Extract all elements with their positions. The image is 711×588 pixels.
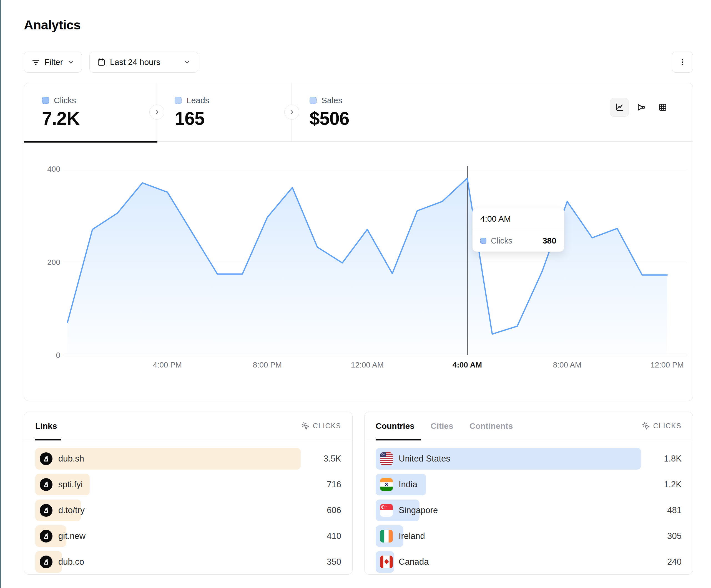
date-range-button[interactable]: Last 24 hours	[89, 51, 198, 73]
row-bar-track: dub.sh	[35, 448, 301, 470]
active-tab-underline	[375, 439, 421, 440]
row-bar-track: dub.co	[35, 551, 301, 573]
sales-marker-icon	[309, 97, 317, 104]
row-value: 716	[308, 479, 341, 490]
chevron-right-icon	[289, 109, 295, 115]
x-axis-tick-label: 12:00 PM	[650, 361, 684, 369]
row-value: 1.8K	[648, 454, 682, 464]
countries-metric-toggle[interactable]: CLICKS	[642, 422, 682, 430]
kebab-menu-icon	[678, 58, 687, 67]
link-row[interactable]: spti.fyi716	[35, 474, 341, 495]
dub-logo-icon	[40, 452, 52, 465]
row-label: Singapore	[399, 505, 438, 515]
links-metric-toggle[interactable]: CLICKS	[301, 422, 341, 430]
row-bar-track: Canada	[375, 551, 641, 573]
row-bar-track: Singapore	[375, 499, 641, 521]
clicks-marker-icon	[42, 97, 49, 104]
tab-links[interactable]: Links	[35, 421, 57, 431]
clicks-value: 7.2K	[42, 108, 156, 129]
more-options-button[interactable]	[672, 51, 693, 73]
row-value: 1.2K	[648, 479, 682, 490]
calendar-icon	[97, 58, 106, 67]
table-view-button[interactable]	[653, 98, 672, 117]
country-row[interactable]: United States1.8K	[375, 448, 682, 470]
chevron-down-icon	[184, 59, 191, 66]
country-row[interactable]: Ireland305	[375, 525, 682, 547]
expand-leads-button[interactable]	[284, 105, 299, 119]
country-row[interactable]: India1.2K	[375, 474, 682, 495]
filter-icon	[31, 58, 40, 67]
row-value: 240	[648, 557, 682, 567]
cursor-click-icon	[642, 422, 650, 430]
y-axis-tick-label: 200	[47, 258, 60, 267]
row-label: dub.co	[58, 557, 84, 567]
dub-logo-icon	[40, 478, 52, 491]
page-title: Analytics	[24, 17, 81, 32]
stats-tabs-row: Clicks 7.2K Leads 165 Sales $506	[24, 83, 693, 142]
tab-sales[interactable]: Sales $506	[292, 83, 447, 141]
link-row[interactable]: git.new410	[35, 525, 341, 547]
dub-logo-icon	[40, 504, 52, 517]
tab-cities[interactable]: Cities	[431, 421, 453, 431]
row-value: 481	[648, 505, 682, 515]
link-row[interactable]: dub.co350	[35, 551, 341, 573]
dub-logo-icon	[40, 530, 52, 543]
countries-panel: Countries Cities Continents CLICKS Unite…	[364, 412, 693, 575]
flag-in-icon	[380, 478, 393, 491]
x-axis-tick-label: 12:00 AM	[351, 361, 384, 369]
line-chart-view-button[interactable]	[610, 98, 629, 117]
row-bar-track: United States	[375, 448, 641, 470]
expand-clicks-button[interactable]	[149, 105, 164, 119]
chart-view-toggles	[610, 98, 672, 117]
x-axis-tick-label: 8:00 AM	[553, 361, 582, 369]
link-row[interactable]: d.to/try606	[35, 499, 341, 521]
row-value: 305	[648, 531, 682, 541]
row-bar-track: git.new	[35, 525, 301, 547]
row-label: Canada	[399, 557, 429, 567]
tab-clicks[interactable]: Clicks 7.2K	[24, 83, 157, 141]
countries-panel-header: Countries Cities Continents CLICKS	[365, 412, 693, 440]
row-bar-track: Ireland	[375, 525, 641, 547]
row-label: India	[399, 479, 417, 490]
tooltip-series-label: Clicks	[491, 236, 538, 246]
tab-countries[interactable]: Countries	[375, 421, 414, 431]
metric-label: CLICKS	[653, 422, 682, 430]
tooltip-time: 4:00 AM	[473, 208, 564, 230]
country-row[interactable]: Singapore481	[375, 499, 682, 521]
row-label: git.new	[58, 531, 86, 541]
row-label: spti.fyi	[58, 479, 83, 490]
row-label: Ireland	[399, 531, 425, 541]
leads-value: 165	[175, 108, 292, 129]
y-axis-tick-label: 0	[56, 351, 60, 359]
row-label: United States	[399, 454, 450, 464]
tooltip-value: 380	[542, 236, 556, 246]
active-tab-underline	[35, 439, 61, 440]
date-range-label: Last 24 hours	[110, 58, 160, 67]
x-axis-tick-label: 4:00 PM	[153, 361, 182, 369]
funnel-chart-icon	[637, 103, 645, 112]
country-row[interactable]: Canada240	[375, 551, 682, 573]
window-edge-accent	[0, 0, 1, 588]
flag-us-icon	[380, 452, 393, 465]
table-grid-icon	[658, 103, 667, 112]
analytics-card: Clicks 7.2K Leads 165 Sales $506	[24, 83, 693, 401]
chevron-down-icon	[67, 59, 74, 66]
metric-label: CLICKS	[313, 422, 341, 430]
tab-leads[interactable]: Leads 165	[157, 83, 292, 141]
funnel-view-button[interactable]	[631, 98, 650, 117]
row-bar-track: d.to/try	[35, 499, 301, 521]
line-chart-icon	[615, 103, 624, 112]
row-value: 410	[308, 531, 341, 541]
clicks-area-chart[interactable]: 02004004:00 PM8:00 PM12:00 AM4:00 AM8:00…	[24, 142, 693, 401]
row-bar-track: India	[375, 474, 641, 495]
filter-button[interactable]: Filter	[24, 51, 82, 73]
link-row[interactable]: dub.sh3.5K	[35, 448, 341, 470]
row-value: 350	[308, 557, 341, 567]
row-value: 606	[308, 505, 341, 515]
flag-sg-icon	[380, 504, 393, 517]
chevron-right-icon	[154, 109, 160, 115]
tab-continents[interactable]: Continents	[470, 421, 513, 431]
stat-label: Clicks	[54, 96, 76, 105]
row-label: dub.sh	[58, 454, 84, 464]
x-axis-tick-label: 8:00 PM	[253, 361, 282, 369]
